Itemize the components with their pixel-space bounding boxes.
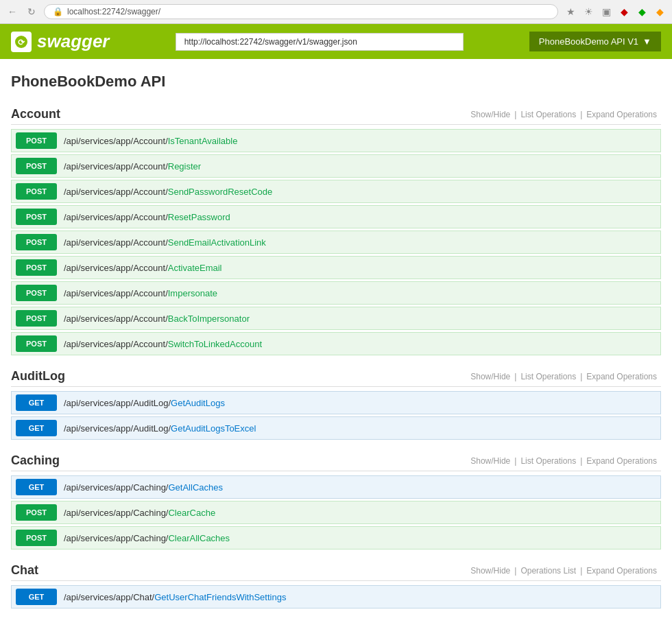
method-badge-post: POST xyxy=(16,234,57,250)
endpoint-account-2[interactable]: POST/api/services/app/Account/SendPasswo… xyxy=(11,180,661,203)
list-operations-chat[interactable]: Operations List xyxy=(516,566,580,576)
method-badge-post: POST xyxy=(16,335,57,352)
section-chat: ChatShow/Hide | Operations List | Expand… xyxy=(11,560,661,609)
endpoint-caching-2[interactable]: POST/api/services/app/Caching/ClearAllCa… xyxy=(11,526,661,550)
endpoint-path: /api/services/app/Caching/ClearCache xyxy=(61,504,218,522)
swagger-logo: ⟳ swagger xyxy=(11,31,110,52)
section-actions-auditlog: Show/Hide | List Operations | Expand Ope… xyxy=(466,372,661,381)
sections-container: AccountShow/Hide | List Operations | Exp… xyxy=(11,104,661,609)
endpoint-account-7[interactable]: POST/api/services/app/Account/BackToImpe… xyxy=(11,307,661,330)
method-badge-post: POST xyxy=(16,504,57,521)
ext-icon-1[interactable]: ◆ xyxy=(617,5,631,19)
show-hide-chat[interactable]: Show/Hide xyxy=(466,566,514,576)
endpoint-path: /api/services/app/Account/SendEmailActiv… xyxy=(61,233,269,252)
camera-icon[interactable]: ☀ xyxy=(581,5,595,19)
ext-icon-2[interactable]: ◆ xyxy=(635,5,649,19)
endpoint-path: /api/services/app/Caching/GetAllCaches xyxy=(61,478,226,497)
section-title-account: Account xyxy=(11,107,60,121)
endpoint-path: /api/services/app/AuditLog/GetAuditLogs xyxy=(61,394,228,412)
method-badge-post: POST xyxy=(16,259,57,276)
endpoint-account-5[interactable]: POST/api/services/app/Account/ActivateEm… xyxy=(11,256,661,279)
show-hide-auditlog[interactable]: Show/Hide xyxy=(466,372,514,381)
section-caching: CachingShow/Hide | List Operations | Exp… xyxy=(11,451,661,550)
section-auditlog: AuditLogShow/Hide | List Operations | Ex… xyxy=(11,366,661,440)
method-badge-post: POST xyxy=(16,310,57,327)
endpoint-path: /api/services/app/Account/SendPasswordRe… xyxy=(61,182,275,201)
show-hide-account[interactable]: Show/Hide xyxy=(466,110,514,119)
list-operations-caching[interactable]: List Operations xyxy=(516,456,580,466)
page-title: PhoneBookDemo API xyxy=(11,73,661,91)
method-badge-post: POST xyxy=(16,285,57,301)
swagger-logo-icon: ⟳ xyxy=(11,32,32,52)
browser-chrome: ← ↻ 🔒 localhost:22742/swagger/ ★ ☀ ▣ ◆ ◆… xyxy=(0,0,672,24)
expand-operations-chat[interactable]: Expand Operations xyxy=(582,566,661,576)
main-content: PhoneBookDemo API AccountShow/Hide | Lis… xyxy=(0,59,672,633)
expand-operations-auditlog[interactable]: Expand Operations xyxy=(582,372,661,381)
browser-icons: ★ ☀ ▣ ◆ ◆ ◆ xyxy=(564,5,667,19)
method-badge-get: GET xyxy=(16,479,57,495)
expand-operations-account[interactable]: Expand Operations xyxy=(582,110,661,119)
endpoint-account-3[interactable]: POST/api/services/app/Account/ResetPassw… xyxy=(11,205,661,228)
section-actions-caching: Show/Hide | List Operations | Expand Ope… xyxy=(466,456,661,466)
back-button[interactable]: ← xyxy=(5,5,19,19)
endpoint-auditlog-1[interactable]: GET/api/services/app/AuditLog/GetAuditLo… xyxy=(11,416,661,440)
section-title-auditlog: AuditLog xyxy=(11,369,65,383)
address-bar[interactable]: 🔒 localhost:22742/swagger/ xyxy=(44,4,558,19)
swagger-url-input[interactable] xyxy=(176,33,464,51)
endpoint-account-1[interactable]: POST/api/services/app/Account/Register xyxy=(11,154,661,178)
endpoint-path: /api/services/app/Account/BackToImperson… xyxy=(61,309,252,328)
endpoint-account-6[interactable]: POST/api/services/app/Account/Impersonat… xyxy=(11,281,661,305)
section-header-chat: ChatShow/Hide | Operations List | Expand… xyxy=(11,560,661,581)
endpoint-path: /api/services/app/Account/IsTenantAvaila… xyxy=(61,132,240,150)
ext-icon-3[interactable]: ◆ xyxy=(653,5,667,19)
method-badge-post: POST xyxy=(16,183,57,200)
list-operations-account[interactable]: List Operations xyxy=(516,110,580,119)
endpoint-path: /api/services/app/Account/ActivateEmail xyxy=(61,259,225,277)
dropdown-icon: ▼ xyxy=(643,36,651,47)
endpoint-account-4[interactable]: POST/api/services/app/Account/SendEmailA… xyxy=(11,231,661,254)
section-header-auditlog: AuditLogShow/Hide | List Operations | Ex… xyxy=(11,366,661,387)
section-actions-account: Show/Hide | List Operations | Expand Ope… xyxy=(466,110,661,119)
endpoint-account-8[interactable]: POST/api/services/app/Account/SwitchToLi… xyxy=(11,332,661,355)
endpoint-path: /api/services/app/Account/ResetPassword xyxy=(61,208,233,226)
endpoint-auditlog-0[interactable]: GET/api/services/app/AuditLog/GetAuditLo… xyxy=(11,391,661,414)
endpoint-path: /api/services/app/Chat/GetUserChatFriend… xyxy=(61,588,289,606)
endpoint-path: /api/services/app/Account/SwitchToLinked… xyxy=(61,335,265,353)
expand-operations-caching[interactable]: Expand Operations xyxy=(582,456,661,466)
method-badge-post: POST xyxy=(16,158,57,174)
endpoint-caching-1[interactable]: POST/api/services/app/Caching/ClearCache xyxy=(11,501,661,524)
endpoint-path: /api/services/app/AuditLog/GetAuditLogsT… xyxy=(61,419,259,438)
show-hide-caching[interactable]: Show/Hide xyxy=(466,456,514,466)
section-account: AccountShow/Hide | List Operations | Exp… xyxy=(11,104,661,355)
method-badge-get: GET xyxy=(16,589,57,605)
section-header-caching: CachingShow/Hide | List Operations | Exp… xyxy=(11,451,661,471)
section-actions-chat: Show/Hide | Operations List | Expand Ope… xyxy=(466,566,661,576)
refresh-button[interactable]: ↻ xyxy=(25,5,38,19)
method-badge-post: POST xyxy=(16,132,57,149)
url-text: localhost:22742/swagger/ xyxy=(67,7,160,16)
endpoint-path: /api/services/app/Account/Register xyxy=(61,157,204,176)
method-badge-post: POST xyxy=(16,209,57,225)
bookmark-icon[interactable]: ★ xyxy=(564,5,577,19)
endpoint-caching-0[interactable]: GET/api/services/app/Caching/GetAllCache… xyxy=(11,475,661,499)
method-badge-get: GET xyxy=(16,394,57,411)
section-title-caching: Caching xyxy=(11,453,60,468)
lock-icon: 🔒 xyxy=(53,7,63,16)
api-selector-button[interactable]: PhoneBookDemo API V1 ▼ xyxy=(529,32,661,51)
section-header-account: AccountShow/Hide | List Operations | Exp… xyxy=(11,104,661,125)
swagger-header: ⟳ swagger PhoneBookDemo API V1 ▼ xyxy=(0,24,672,59)
list-operations-auditlog[interactable]: List Operations xyxy=(516,372,580,381)
endpoint-path: /api/services/app/Caching/ClearAllCaches xyxy=(61,529,232,547)
endpoint-chat-0[interactable]: GET/api/services/app/Chat/GetUserChatFri… xyxy=(11,585,661,609)
cast-icon[interactable]: ▣ xyxy=(599,5,613,19)
endpoint-account-0[interactable]: POST/api/services/app/Account/IsTenantAv… xyxy=(11,129,661,152)
section-title-chat: Chat xyxy=(11,563,38,578)
svg-text:⟳: ⟳ xyxy=(18,38,25,47)
swagger-logo-text: swagger xyxy=(37,31,110,52)
endpoint-path: /api/services/app/Account/Impersonate xyxy=(61,284,220,303)
method-badge-post: POST xyxy=(16,530,57,546)
method-badge-get: GET xyxy=(16,420,57,436)
